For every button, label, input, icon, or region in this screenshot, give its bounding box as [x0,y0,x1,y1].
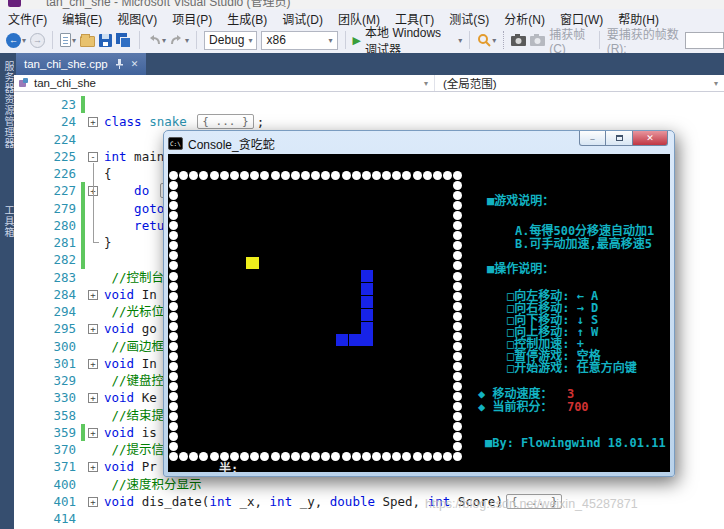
window-controls: – ✕ [579,131,668,146]
border-dot [413,452,422,461]
code-text: //画边框 [104,338,164,355]
forward-arrow-icon: → [30,33,45,48]
change-tracking-bar [81,217,85,234]
menu-item[interactable]: 视图(V) [117,10,157,27]
line-number: 301 [14,355,76,372]
fold-expand-icon[interactable]: + [88,359,98,369]
platform-dropdown[interactable]: x86▾ [261,31,337,50]
outline-guide [93,163,94,242]
border-dot [453,171,462,180]
border-dot [402,452,411,461]
close-button[interactable]: ✕ [632,131,668,146]
chevron-down-icon: ▾ [492,36,496,45]
chevron-down-icon: ▾ [162,36,166,45]
console-partial-text: 半: [219,459,238,472]
chevron-down-icon: ▾ [329,36,333,45]
collapsed-region[interactable]: { ... } [197,114,253,129]
maximize-button[interactable] [606,131,632,146]
fold-expand-icon[interactable]: + [88,497,98,507]
fold-expand-icon[interactable]: + [88,324,98,334]
code-text: //光标位 [104,303,164,320]
title-bar: tan_chi_she - Microsoft Visual Studio (管… [0,0,724,9]
toolbar-separator [599,31,600,49]
close-icon[interactable]: ✕ [131,59,139,69]
change-tracking-bar [81,424,85,441]
tab-tan-chi-she[interactable]: tan_chi_she.cpp ✕ [16,53,146,75]
menu-item[interactable]: 文件(F) [8,10,47,27]
fold-expand-icon[interactable]: + [88,290,98,300]
menu-item[interactable]: 分析(N) [504,10,545,27]
line-number: 370 [14,441,76,458]
start-debugging-button[interactable]: ▶ 本地 Windows 调试器 ▾ [353,23,463,57]
menu-item[interactable]: 项目(P) [172,10,212,27]
line-number: 225 [14,148,76,165]
save-button[interactable] [99,34,112,47]
menu-item[interactable]: 调试(D) [282,10,323,27]
console-icon: C:\ [168,137,183,150]
code-text: void In [104,286,157,303]
scope-dropdown[interactable]: (全局范围) ▾ [434,75,724,91]
navigate-back-button[interactable]: ←▾ [6,33,26,48]
border-dot [210,171,219,180]
save-all-button[interactable] [116,33,132,48]
redo-icon [170,34,184,47]
fold-expand-icon[interactable]: + [88,462,98,472]
border-dot [453,312,462,321]
menu-item[interactable]: 编辑(E) [62,10,102,27]
border-dot [189,452,198,461]
fold-expand-icon[interactable]: + [88,117,98,127]
toolbar-separator [469,31,470,49]
food-square [246,257,259,269]
minimize-button[interactable]: – [579,131,606,146]
frames-count-label: 要捕获的帧数(R): [607,25,681,56]
new-file-icon [60,33,71,47]
undo-button[interactable]: ▾ [147,34,166,47]
configuration-dropdown[interactable]: Debug▾ [204,31,257,50]
border-dot [271,452,280,461]
border-dot [169,322,178,331]
menu-item[interactable]: 生成(B) [227,10,267,27]
line-number: 294 [14,303,76,320]
line-number: 224 [14,131,76,148]
capture-frame-button[interactable] [511,34,526,46]
score-value: 700 [552,400,588,414]
fold-collapse-icon[interactable]: - [88,152,98,162]
chevron-down-icon: ▾ [248,36,252,45]
border-dot [189,171,198,180]
undo-icon [147,34,161,47]
border-dot [453,302,462,311]
redo-button[interactable]: ▾ [170,34,189,47]
border-dot [423,452,432,461]
types-dropdown[interactable]: tan_chi_she ▾ [14,77,434,89]
fold-expand-icon[interactable]: + [88,393,98,403]
console-title-bar[interactable]: C:\ Console_贪吃蛇 [168,134,564,152]
border-dot [453,282,462,291]
code-text: { [104,165,112,182]
border-dot [240,171,249,180]
open-file-button[interactable] [80,33,95,47]
chevron-down-icon: ▾ [458,36,462,45]
new-file-button[interactable]: ▾ [60,33,76,47]
border-dot [362,452,371,461]
left-tool-strip: 服务器资源管理器工具箱 [0,53,14,529]
frames-count-input[interactable] [685,32,724,49]
border-dot [169,432,178,441]
navigate-forward-button[interactable]: → [30,33,45,48]
code-map-button[interactable]: ▾ [477,33,496,47]
pin-icon[interactable] [115,59,124,69]
border-dot [372,171,381,180]
border-dot [392,171,401,180]
controls-title: ■操作说明： [487,259,554,276]
outline-guide-end [93,242,99,243]
code-line: 414 [14,510,724,527]
chevron-down-icon: ▾ [424,79,434,88]
line-number: 279 [14,200,76,217]
border-dot [402,171,411,180]
fold-expand-icon[interactable]: + [88,428,98,438]
code-text: void go [104,320,157,337]
chevron-down-icon: ▾ [22,36,26,45]
border-dot [433,452,442,461]
line-number: 330 [14,389,76,406]
console-client-area: 半:■游戏说明：A.每得500分移速自动加1B.可手动加速,最高移速5■操作说明… [168,154,670,472]
border-dot [169,241,178,250]
